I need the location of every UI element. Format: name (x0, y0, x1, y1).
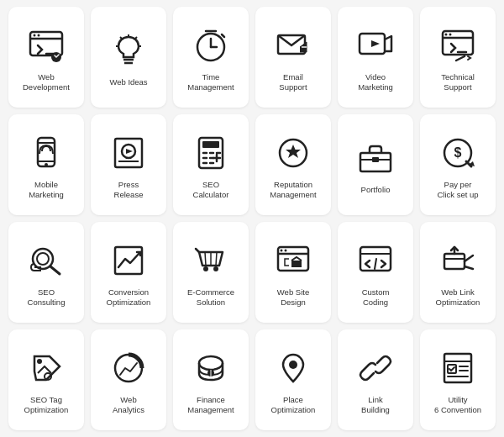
seo-calculator-icon (189, 131, 233, 175)
web-ideas-label: Web Ideas (109, 77, 147, 87)
svg-line-10 (135, 37, 137, 39)
card-place-optimization[interactable]: PlaceOptimization (255, 329, 331, 430)
svg-point-82 (289, 361, 297, 369)
custom-coding-label: CustomCoding (362, 287, 390, 308)
web-link-optimization-label: Web LinkOptimization (436, 287, 480, 308)
svg-rect-67 (291, 261, 302, 267)
custom-coding-icon (354, 239, 397, 282)
card-time-management[interactable]: TimeManagement (173, 7, 249, 108)
seo-calculator-label: SEOCalculator (193, 180, 229, 201)
card-seo-tag-optimization[interactable]: SEO TagOptimization (8, 329, 84, 430)
link-building-icon (354, 346, 397, 390)
technical-support-label: TechnicalSupport (441, 72, 475, 93)
conversion-optimization-label: ConversionOptimization (107, 287, 151, 308)
press-release-label: PressRelease (114, 180, 144, 201)
time-management-label: TimeManagement (187, 72, 234, 93)
web-site-design-label: Web SiteDesign (277, 287, 309, 308)
utility-convention-label: Utility6 Convention (434, 395, 481, 416)
svg-point-65 (281, 249, 283, 251)
svg-rect-48 (372, 157, 379, 162)
web-analytics-icon (107, 346, 150, 390)
card-custom-coding[interactable]: CustomCoding (338, 222, 413, 323)
seo-tag-optimization-icon (24, 346, 68, 390)
web-analytics-label: WebAnalytics (113, 395, 144, 416)
reputation-management-label: ReputationManagement (270, 180, 316, 201)
card-seo-calculator[interactable]: SEOCalculator (173, 114, 249, 215)
svg-marker-32 (126, 149, 133, 154)
place-optimization-icon (271, 346, 315, 390)
reputation-management-icon (271, 131, 315, 175)
card-mobile-marketing[interactable]: MobileMarketing (8, 114, 84, 215)
svg-point-3 (38, 34, 40, 36)
svg-point-2 (34, 34, 36, 36)
conversion-optimization-icon (107, 239, 150, 282)
seo-consulting-icon (24, 239, 68, 282)
card-seo-consulting[interactable]: SEOConsulting (8, 222, 84, 323)
portfolio-icon (354, 136, 397, 180)
svg-line-75 (465, 266, 473, 269)
finance-management-label: FinanceManagement (187, 395, 234, 416)
card-utility-convention[interactable]: Utility6 Convention (420, 329, 496, 430)
card-web-development[interactable]: WebDevelopment (8, 7, 84, 108)
card-link-building[interactable]: LinkBuilding (338, 329, 413, 430)
svg-line-11 (120, 37, 122, 39)
svg-line-16 (222, 34, 224, 37)
card-conversion-optimization[interactable]: ConversionOptimization (91, 222, 166, 323)
svg-line-57 (196, 249, 199, 252)
svg-point-61 (203, 266, 208, 271)
card-reputation-management[interactable]: ReputationManagement (255, 114, 331, 215)
ecommerce-solution-icon (189, 239, 233, 282)
svg-point-29 (45, 163, 48, 166)
card-web-analytics[interactable]: WebAnalytics (91, 329, 166, 430)
seo-tag-optimization-label: SEO TagOptimization (24, 395, 69, 416)
card-web-link-optimization[interactable]: Web LinkOptimization (420, 222, 496, 323)
svg-line-60 (216, 252, 217, 266)
video-marketing-label: VideoMarketing (358, 72, 393, 93)
web-site-design-icon (271, 239, 315, 282)
svg-line-70 (375, 259, 376, 269)
svg-line-74 (465, 255, 473, 261)
utility-convention-icon (436, 346, 480, 390)
svg-text:$: $ (454, 145, 462, 160)
svg-point-24 (449, 33, 452, 35)
portfolio-label: Portfolio (361, 185, 391, 195)
svg-rect-35 (202, 141, 219, 148)
video-marketing-icon (354, 24, 397, 67)
card-portfolio[interactable]: Portfolio (338, 114, 413, 215)
card-web-ideas[interactable]: Web Ideas (91, 7, 166, 108)
svg-rect-71 (444, 254, 465, 269)
svg-point-53 (37, 253, 49, 265)
card-web-site-design[interactable]: Web SiteDesign (255, 222, 331, 323)
icon-grid: WebDevelopment Web Ideas TimeManagement … (0, 0, 504, 437)
web-ideas-icon (107, 29, 150, 72)
finance-management-icon (189, 346, 233, 390)
web-link-optimization-icon (436, 239, 480, 282)
svg-point-66 (285, 249, 287, 251)
pay-per-click-label: Pay perClick set up (437, 180, 478, 201)
svg-point-79 (199, 356, 223, 370)
svg-line-58 (205, 252, 206, 266)
svg-marker-20 (371, 40, 380, 47)
link-building-label: LinkBuilding (361, 395, 390, 416)
email-support-icon (271, 24, 315, 67)
mobile-marketing-icon (24, 131, 68, 175)
card-pay-per-click[interactable]: $ Pay perClick set up (420, 114, 496, 215)
web-development-label: WebDevelopment (23, 72, 70, 93)
time-management-icon (189, 24, 233, 67)
technical-support-icon (436, 24, 480, 67)
svg-point-62 (213, 266, 218, 271)
email-support-label: EmailSupport (279, 72, 307, 93)
card-finance-management[interactable]: FinanceManagement (173, 329, 249, 430)
ecommerce-solution-label: E-CommerceSolution (187, 287, 234, 308)
svg-line-54 (50, 266, 60, 274)
seo-consulting-label: SEOConsulting (28, 287, 66, 308)
place-optimization-label: PlaceOptimization (271, 395, 316, 416)
svg-point-76 (37, 359, 42, 364)
card-technical-support[interactable]: TechnicalSupport (420, 7, 496, 108)
pay-per-click-icon: $ (436, 131, 480, 175)
card-email-support[interactable]: EmailSupport (255, 7, 331, 108)
card-ecommerce-solution[interactable]: E-CommerceSolution (173, 222, 249, 323)
mobile-marketing-label: MobileMarketing (29, 180, 64, 201)
card-video-marketing[interactable]: VideoMarketing (338, 7, 413, 108)
card-press-release[interactable]: PressRelease (91, 114, 166, 215)
